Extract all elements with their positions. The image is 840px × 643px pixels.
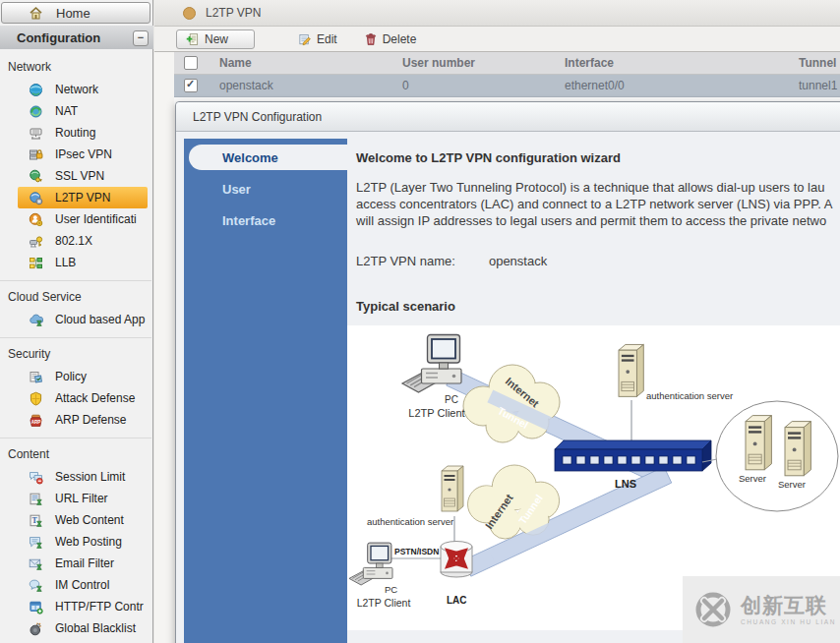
im-control-icon xyxy=(29,578,43,593)
sidebar-item[interactable]: NAT xyxy=(18,100,148,122)
sidebar-item-label: Attack Defense xyxy=(55,391,135,405)
sidebar-item-label: URL Filter xyxy=(55,492,108,505)
column-header-tunnel[interactable]: Tunnel xyxy=(791,56,840,70)
sidebar-item[interactable]: 802.1X xyxy=(18,230,148,252)
sidebar-item[interactable]: LLB xyxy=(18,252,148,273)
wizard-description: L2TP (Layer Two Tunneling Protocol) is a… xyxy=(356,179,840,229)
sidebar-item-label: Session Limit xyxy=(55,470,125,484)
sidebar-item[interactable]: URL Filter xyxy=(18,488,148,509)
sidebar-item-label: Policy xyxy=(55,370,87,383)
sidebar-item[interactable]: Session Limit xyxy=(18,466,148,488)
sidebar-item-label: Global Blacklist xyxy=(55,621,136,635)
l2tp-client-top-label: L2TP Client xyxy=(408,407,464,419)
sidebar-item[interactable]: Routing xyxy=(18,122,148,144)
l2tp-client-bottom-label: L2TP Client xyxy=(357,597,411,609)
sidebar-item-label: Network xyxy=(55,83,98,96)
watermark-cn-text: 创新互联 xyxy=(741,595,836,616)
edit-button[interactable]: Edit xyxy=(298,32,337,46)
pstn-isdn-label: PSTN/ISDN xyxy=(394,547,439,556)
sidebar-item[interactable]: ARP ARP Defense xyxy=(18,409,148,431)
sidebar-item[interactable]: User Identificati xyxy=(18,208,148,230)
sidebar-item-label: Cloud based App xyxy=(55,313,145,326)
column-header-interface[interactable]: Interface xyxy=(557,56,791,70)
table-row[interactable]: openstack 0 ethernet0/0 tunnel1 xyxy=(174,75,840,97)
edit-icon xyxy=(298,32,312,46)
wizard-step[interactable]: Interface xyxy=(189,207,347,233)
sidebar-item-label: IPsec VPN xyxy=(55,147,112,161)
sidebar-item-label: Web Content xyxy=(55,513,124,527)
wizard-step[interactable]: User xyxy=(189,176,347,202)
sidebar-item-label: 802.1X xyxy=(55,234,92,248)
sidebar-item[interactable]: IM Control xyxy=(18,574,148,596)
sidebar-section: Cloud Service Cloud based App xyxy=(0,280,151,337)
section-label: Network xyxy=(0,56,151,79)
auth-server-bottom-label: authentication server xyxy=(367,516,453,527)
section-label: Content xyxy=(0,443,151,466)
dialog-body: Welcome User Interface Welcome to L2TP V… xyxy=(184,139,840,643)
select-all-checkbox[interactable] xyxy=(184,56,198,70)
user-identification-icon xyxy=(29,212,43,227)
llb-icon xyxy=(29,256,43,270)
column-header-name[interactable]: Name xyxy=(208,56,394,70)
delete-button[interactable]: Delete xyxy=(364,32,417,46)
sidebar-item-label: ARP Defense xyxy=(55,413,127,427)
wizard-nav: Welcome User Interface xyxy=(184,139,347,643)
cell-name: openstack xyxy=(208,79,394,92)
nat-icon xyxy=(29,104,43,119)
section-label: Security xyxy=(0,343,151,366)
wizard-step[interactable]: Welcome xyxy=(189,145,347,170)
sidebar-section: Content Session Limit URL Filter xyxy=(0,438,151,643)
sidebar-item[interactable]: Network xyxy=(18,79,148,100)
sidebar-item[interactable]: Cloud based App xyxy=(18,309,148,330)
svg-text:T: T xyxy=(32,515,38,524)
vpn-name-row: L2TP VPN name: openstack xyxy=(356,254,840,268)
tab-bullet-icon xyxy=(183,7,196,20)
key-icon xyxy=(29,234,43,249)
sidebar-section: Security Policy Attack Defense xyxy=(0,337,151,438)
sidebar-item[interactable]: Attack Defense xyxy=(18,387,148,409)
sidebar-item[interactable]: Web Posting xyxy=(18,531,148,553)
sidebar-item[interactable]: IPsec VPN xyxy=(18,144,148,165)
sidebar-item-label: User Identificati xyxy=(55,212,137,226)
l2tp-vpn-icon xyxy=(29,191,43,205)
description-line: L2TP (Layer Two Tunneling Protocol) is a… xyxy=(356,179,840,196)
new-button[interactable]: New xyxy=(176,29,255,49)
pc-top-label: PC xyxy=(445,394,458,405)
sidebar-item-label: Routing xyxy=(55,126,95,140)
sidebar-item[interactable]: HTTP/FTP Contr xyxy=(18,596,148,617)
shield-icon xyxy=(29,391,43,406)
global-blacklist-icon xyxy=(29,621,43,636)
lac-label: LAC xyxy=(447,595,467,606)
sidebar-item[interactable]: L2TP VPN xyxy=(18,187,148,208)
dialog-title: L2TP VPN Configuration xyxy=(193,110,322,124)
sidebar-item-label: HTTP/FTP Contr xyxy=(55,600,144,614)
description-line: access concentrators (LAC) and connect t… xyxy=(356,196,840,212)
sidebar-item[interactable]: Policy xyxy=(18,366,148,387)
sidebar-item[interactable]: Email Filter xyxy=(18,553,148,574)
routing-icon xyxy=(29,126,43,141)
dialog-titlebar[interactable]: L2TP VPN Configuration xyxy=(176,102,840,132)
app-root: L2TP VPN New Edit Delete Name User numbe… xyxy=(0,0,840,643)
vpn-table: Name User number Interface Tunnel openst… xyxy=(174,52,840,105)
sidebar-item[interactable]: Global Blacklist xyxy=(18,617,148,639)
sidebar-item[interactable]: SSL VPN xyxy=(18,165,148,187)
collapse-panel-button[interactable]: − xyxy=(133,30,149,46)
http-ftp-control-icon xyxy=(29,600,43,614)
row-checkbox[interactable] xyxy=(184,79,198,92)
globe-icon xyxy=(29,83,43,97)
server-label-2: Server xyxy=(778,479,806,490)
l2tp-vpn-configuration-dialog: L2TP VPN Configuration Welcome User Inte… xyxy=(175,101,840,643)
svg-text:ARP: ARP xyxy=(31,419,41,424)
watermark: 创新互联 CHUANG XIN HU LIAN xyxy=(683,576,840,643)
ssl-vpn-icon xyxy=(29,169,43,184)
server-label-1: Server xyxy=(739,473,766,484)
tab-l2tp-vpn[interactable]: L2TP VPN xyxy=(206,6,261,20)
auth-server-top-label: authentication server xyxy=(646,390,733,401)
home-icon xyxy=(29,6,43,21)
lns-label: LNS xyxy=(615,478,636,490)
home-button[interactable]: Home xyxy=(1,2,150,24)
new-icon xyxy=(186,32,200,46)
sidebar-item[interactable]: T Web Content xyxy=(18,509,148,531)
vpn-name-value: openstack xyxy=(489,254,547,268)
column-header-user-number[interactable]: User number xyxy=(394,56,557,70)
